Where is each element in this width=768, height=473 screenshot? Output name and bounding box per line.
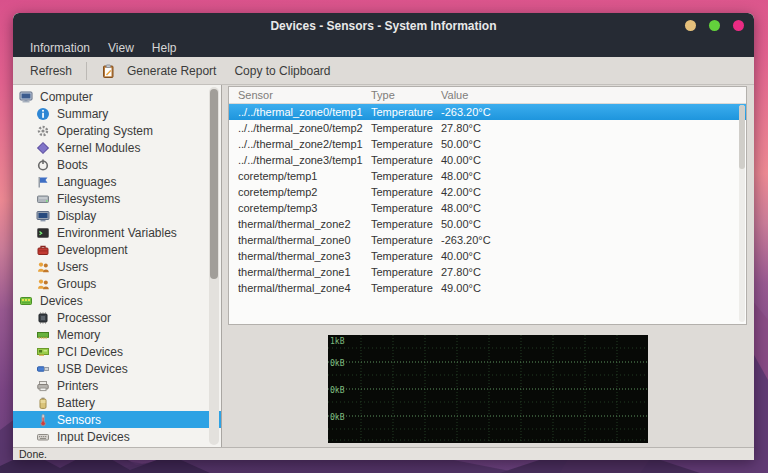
graph-axis-label: 0kB	[330, 413, 345, 422]
sidebar-item-label: Operating System	[57, 124, 153, 138]
maximize-button[interactable]	[709, 20, 720, 31]
value-cell: 27.80°C	[441, 266, 746, 278]
value-cell: 48.00°C	[441, 170, 746, 182]
sidebar-item-label: Languages	[57, 175, 116, 189]
value-cell: 40.00°C	[441, 250, 746, 262]
value-cell: 50.00°C	[441, 138, 746, 150]
column-header-sensor[interactable]: Sensor	[238, 89, 371, 101]
battery-icon	[36, 396, 51, 410]
sidebar-item-computer[interactable]: Computer	[13, 88, 221, 105]
column-header-value[interactable]: Value	[441, 89, 746, 101]
memory-icon	[36, 328, 51, 342]
sidebar-item-users[interactable]: Users	[13, 258, 221, 275]
sidebar-item-label: Battery	[57, 396, 95, 410]
sidebar-item-kernel-modules[interactable]: Kernel Modules	[13, 139, 221, 156]
sidebar-item-filesystems[interactable]: Filesystems	[13, 190, 221, 207]
column-header-type[interactable]: Type	[371, 89, 441, 101]
sidebar-item-pci-devices[interactable]: PCI Devices	[13, 343, 221, 360]
sidebar-item-groups[interactable]: Groups	[13, 275, 221, 292]
sensor-cell: thermal/thermal_zone2	[238, 218, 371, 230]
sensor-cell: coretemp/temp1	[238, 170, 371, 182]
sensor-cell: coretemp/temp2	[238, 186, 371, 198]
sensor-row[interactable]: coretemp/temp3Temperature48.00°C	[229, 200, 746, 216]
table-header[interactable]: SensorTypeValue	[229, 87, 746, 104]
sidebar-item-processor[interactable]: Processor	[13, 309, 221, 326]
sidebar-item-devices[interactable]: Devices	[13, 292, 221, 309]
pci-icon	[36, 345, 51, 359]
sensor-row[interactable]: thermal/thermal_zone2Temperature50.00°C	[229, 216, 746, 232]
copy-to-clipboard-button[interactable]: Copy to Clipboard	[225, 61, 339, 81]
sensor-row[interactable]: thermal/thermal_zone1Temperature27.80°C	[229, 264, 746, 280]
sensor-row[interactable]: thermal/thermal_zone0Temperature-263.20°…	[229, 232, 746, 248]
sidebar-item-environment-variables[interactable]: Environment Variables	[13, 224, 221, 241]
sidebar-item-battery[interactable]: Battery	[13, 394, 221, 411]
processor-icon	[36, 311, 51, 325]
sidebar-item-summary[interactable]: Summary	[13, 105, 221, 122]
sidebar-item-boots[interactable]: Boots	[13, 156, 221, 173]
generate-report-button[interactable]: Generate Report	[92, 61, 225, 81]
graph-zone: 1kB0kB0kB0kB	[228, 325, 747, 447]
sensor-row[interactable]: thermal/thermal_zone4Temperature49.00°C	[229, 280, 746, 296]
power-icon	[36, 158, 51, 172]
value-cell: 49.00°C	[441, 282, 746, 294]
sensor-graph: 1kB0kB0kB0kB	[328, 335, 648, 443]
sidebar-item-label: Input Devices	[57, 430, 130, 444]
titlebar[interactable]: Devices - Sensors - System Information	[13, 13, 754, 38]
sensor-cell: ../../thermal_zone0/temp2	[238, 122, 371, 134]
sensor-row[interactable]: coretemp/temp2Temperature42.00°C	[229, 184, 746, 200]
sidebar-item-label: PCI Devices	[57, 345, 123, 359]
sidebar-item-label: Users	[57, 260, 88, 274]
usb-icon	[36, 362, 51, 376]
table-scrollbar[interactable]	[739, 105, 745, 322]
sidebar-item-sensors[interactable]: Sensors	[13, 411, 221, 428]
sensor-row[interactable]: ../../thermal_zone0/temp1Temperature-263…	[229, 104, 746, 120]
computer-icon	[19, 90, 34, 104]
sidebar-item-label: Display	[57, 209, 96, 223]
generate-report-button-label: Generate Report	[127, 64, 216, 78]
sensor-row[interactable]: coretemp/temp1Temperature48.00°C	[229, 168, 746, 184]
sidebar-item-label: Memory	[57, 328, 100, 342]
main-content: ComputerSummaryOperating SystemKernel Mo…	[13, 85, 754, 447]
graph-axis-label: 0kB	[330, 359, 345, 368]
table-scrollbar-thumb[interactable]	[739, 105, 745, 169]
sidebar-item-development[interactable]: Development	[13, 241, 221, 258]
sidebar-item-memory[interactable]: Memory	[13, 326, 221, 343]
sensor-row[interactable]: thermal/thermal_zone3Temperature40.00°C	[229, 248, 746, 264]
sidebar-scrollbar-thumb[interactable]	[210, 89, 218, 279]
close-button[interactable]	[733, 20, 744, 31]
minimize-button[interactable]	[685, 20, 696, 31]
menu-item-view[interactable]: View	[99, 40, 143, 56]
type-cell: Temperature	[371, 122, 441, 134]
sidebar-item-input-devices[interactable]: Input Devices	[13, 428, 221, 445]
sensor-row[interactable]: ../../thermal_zone3/temp1Temperature40.0…	[229, 152, 746, 168]
thermometer-icon	[36, 413, 51, 427]
menu-item-help[interactable]: Help	[143, 40, 186, 56]
type-cell: Temperature	[371, 202, 441, 214]
sidebar-item-usb-devices[interactable]: USB Devices	[13, 360, 221, 377]
sidebar-scrollbar[interactable]	[209, 87, 219, 445]
sidebar-item-printers[interactable]: Printers	[13, 377, 221, 394]
sensor-cell: thermal/thermal_zone1	[238, 266, 371, 278]
sensor-row[interactable]: ../../thermal_zone2/temp1Temperature50.0…	[229, 136, 746, 152]
sidebar-item-label: Boots	[57, 158, 88, 172]
chip-board-icon	[19, 294, 34, 308]
sidebar-item-languages[interactable]: Languages	[13, 173, 221, 190]
value-cell: 48.00°C	[441, 202, 746, 214]
value-cell: 40.00°C	[441, 154, 746, 166]
sidebar-item-operating-system[interactable]: Operating System	[13, 122, 221, 139]
refresh-button[interactable]: Refresh	[21, 61, 81, 81]
sidebar-item-label: Groups	[57, 277, 96, 291]
sensor-row[interactable]: ../../thermal_zone0/temp2Temperature27.8…	[229, 120, 746, 136]
sidebar-item-display[interactable]: Display	[13, 207, 221, 224]
menu-item-information[interactable]: Information	[21, 40, 99, 56]
sidebar-item-label: USB Devices	[57, 362, 128, 376]
sensor-cell: ../../thermal_zone2/temp1	[238, 138, 371, 150]
statusbar: Done.	[13, 447, 754, 460]
type-cell: Temperature	[371, 170, 441, 182]
info-icon	[36, 107, 51, 121]
menubar: InformationViewHelp	[13, 38, 754, 57]
sidebar-item-label: Summary	[57, 107, 108, 121]
display-icon	[36, 209, 51, 223]
sidebar-item-label: Filesystems	[57, 192, 120, 206]
sensor-cell: thermal/thermal_zone3	[238, 250, 371, 262]
